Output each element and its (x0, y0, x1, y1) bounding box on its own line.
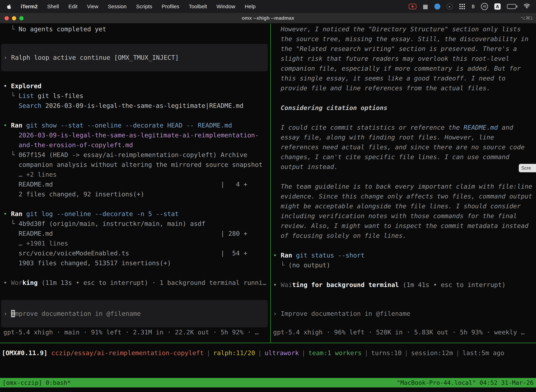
ran-git-show-line: • Ran git show --stat --oneline --decora… (0, 121, 270, 130)
menu-bar-status-icons: ▦ ▸ 8 .61 A (409, 3, 531, 10)
no-agents-line: └ No agents completed yet (0, 24, 270, 34)
split-panes: └ No agents completed yet › Ralph loop a… (0, 23, 536, 343)
omx-team: team:1 workers (308, 349, 362, 356)
apple-logo-icon[interactable] (7, 4, 11, 9)
ran-git-log-line: • Ran git log --oneline --decorate -n 5 … (0, 209, 270, 219)
close-button[interactable] (5, 16, 9, 20)
ralph-status-box: › Ralph loop active continue [OMX_TMUX_I… (1, 44, 268, 71)
key-8-icon[interactable]: 8 (472, 4, 475, 9)
prompt-input-right[interactable]: › Improve documentation in @filename (271, 309, 410, 319)
working-status-line: • Working (11m 13s • esc to interrupt) ·… (0, 278, 270, 288)
keyboard-grid-icon[interactable]: ▦ (423, 4, 428, 9)
screen-recording-icon[interactable] (409, 4, 416, 9)
thinking-heading: Considering citation options (271, 103, 533, 113)
readme-link[interactable]: README.md (464, 124, 498, 131)
essay-filename-line-2: and-the-erosion-of-copyleft.md (0, 140, 270, 150)
right-pane[interactable]: However, I noticed the "Directory Struct… (271, 23, 536, 343)
window-title: omx --xhigh --madmax (0, 13, 536, 23)
menu-bar: iTerm2 Shell Edit View Session Scripts P… (0, 0, 536, 13)
menu-edit[interactable]: Edit (64, 4, 82, 9)
model-status-line-right: gpt-5.4 xhigh · 96% left · 520K in · 5.8… (271, 327, 525, 337)
omx-session: session:12m (411, 349, 453, 356)
dark-app-icon[interactable]: ▸ (447, 4, 453, 9)
thinking-paragraph-1: However, I noticed the "Directory Struct… (271, 24, 533, 93)
window-shortcut: ⌥⌘1 (521, 13, 533, 23)
model-status-line-left: gpt-5.4 xhigh · main · 91% left · 2.31M … (0, 327, 270, 337)
battery-gauge-icon[interactable]: .61 (481, 3, 488, 10)
diffstat-line: README.md| 4 + (0, 179, 270, 189)
omx-last: last:5m ago (463, 349, 504, 356)
waiting-status-line: • Waiting for background terminal (1m 41… (271, 280, 536, 290)
tmux-status-bar: [omx-cczip] 0:bash* "MacBook-Pro-44.loca… (0, 378, 536, 387)
blue-app-icon[interactable] (434, 4, 440, 9)
diffstat-summary: 2 files changed, 92 insertions(+) (0, 189, 270, 199)
log-diffstat-line-2: src/voice/voiceModeEnabled.ts| 54 + (0, 248, 270, 258)
omx-status-bar: [OMX#0.11.9] cczip/essay/ai-reimplementa… (0, 343, 536, 358)
omx-branch: cczip/essay/ai-reimplementation-copyleft (48, 349, 204, 356)
git-status-output-line: └ (no output) (271, 260, 536, 270)
omx-ralph-counter: ralph:11/20 (213, 349, 255, 356)
essay-filename-line-1: 2026-03-09-is-legal-the-same-as-legitima… (0, 130, 270, 140)
text-cursor: I (11, 310, 15, 317)
log-commit-line: └ 4b9d30f (origin/main, instructkr/main,… (0, 219, 270, 229)
menu-profiles[interactable]: Profiles (157, 4, 184, 9)
prompt-input-left[interactable]: › Improve documentation in @filename (1, 300, 268, 327)
input-source-icon[interactable]: A (494, 3, 501, 10)
app-grid-icon[interactable] (459, 3, 465, 10)
menu-shell[interactable]: Shell (42, 4, 64, 9)
ran-git-status-line: • Ran git status --short (271, 250, 536, 260)
tmux-host-clock: "MacBook-Pro-44.local" 04:52 31-Mar-26 (397, 378, 534, 387)
explored-list-line: └ List git ls-files (0, 91, 270, 101)
traffic-lights (5, 16, 24, 20)
tmux-session-window: [omx-cczip] 0:bash* (2, 378, 71, 387)
menu-toolbelt[interactable]: Toolbelt (184, 4, 212, 9)
menu-iterm2[interactable]: iTerm2 (16, 4, 42, 9)
menu-scripts[interactable]: Scripts (131, 4, 157, 9)
battery-icon[interactable] (507, 4, 517, 9)
commit-message-line-1: └ 067f154 (HEAD -> essay/ai-reimplementa… (0, 150, 270, 160)
window-titlebar: omx --xhigh --madmax ⌥⌘1 (0, 13, 536, 23)
explored-heading: • Explored (0, 81, 270, 91)
log-diffstat-summary: 1903 files changed, 513517 insertions(+) (0, 258, 270, 268)
omx-mode: ultrawork (265, 349, 299, 356)
wifi-icon[interactable] (524, 3, 530, 10)
terminal: └ No agents completed yet › Ralph loop a… (0, 23, 536, 392)
explored-search-line: Search 2026-03-09-is-legal-the-same-as-l… (0, 101, 270, 111)
left-pane[interactable]: └ No agents completed yet › Ralph loop a… (0, 23, 271, 343)
thinking-paragraph-3: The team guideline is to back every impo… (271, 182, 533, 241)
zoom-button[interactable] (19, 16, 24, 20)
minimize-button[interactable] (12, 16, 16, 20)
thinking-paragraph-2: I could cite commit statistics or refere… (271, 123, 533, 172)
menu-window[interactable]: Window (212, 4, 240, 9)
omx-version: [OMX#0.11.9] (2, 349, 48, 356)
menu-help[interactable]: Help (240, 4, 260, 9)
log-more-lines-indicator: … +1901 lines (0, 238, 270, 248)
omx-turns: turns:10 (371, 349, 402, 356)
menu-session[interactable]: Session (103, 4, 131, 9)
commit-message-line-2: companion analysis without altering the … (0, 160, 270, 170)
screen-tooltip[interactable]: Scre (519, 164, 536, 172)
log-diffstat-line-1: README.md| 280 + (0, 229, 270, 238)
more-lines-indicator: … +2 lines (0, 170, 270, 179)
menu-view[interactable]: View (82, 4, 103, 9)
